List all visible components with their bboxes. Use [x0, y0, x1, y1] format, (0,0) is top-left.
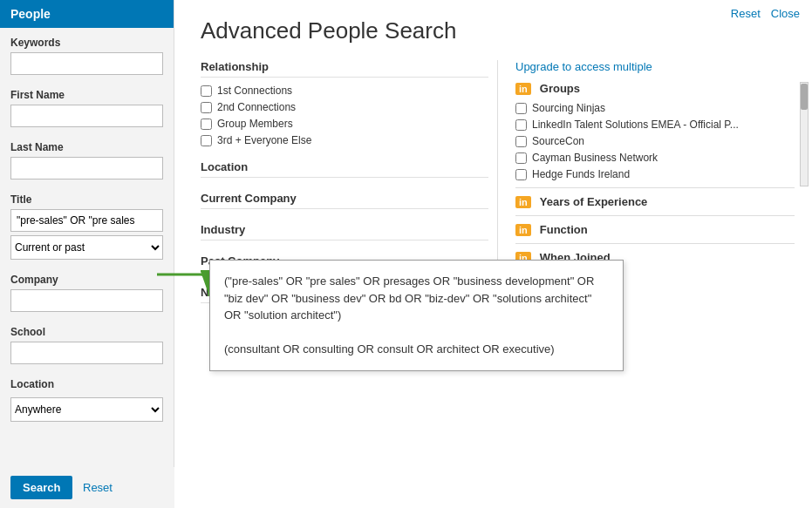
firstname-label: First Name	[10, 89, 163, 101]
green-arrow-icon	[148, 270, 218, 305]
page-title: Advanced People Search	[201, 17, 795, 44]
title-select[interactable]: Current or past Current Past	[10, 235, 163, 260]
label-3rd-everyone: 3rd + Everyone Else	[217, 134, 311, 146]
people-tab-label: People	[10, 7, 51, 21]
checkbox-group-members-input[interactable]	[201, 119, 212, 130]
keywords-label: Keywords	[10, 37, 163, 49]
checkbox-sourcecon[interactable]	[515, 136, 527, 147]
function-row: in Function	[515, 223, 795, 236]
keywords-section: Keywords	[0, 28, 174, 80]
sidebar-bottom: Search Reset	[0, 467, 174, 508]
location-main-section: Location	[201, 160, 488, 178]
divider-1	[515, 187, 795, 188]
tooltip-line2: (consultant OR consulting OR consult OR …	[224, 341, 609, 358]
current-company-section: Current Company	[201, 192, 488, 209]
school-section: School	[0, 317, 174, 369]
label-group-members: Group Members	[217, 118, 293, 130]
checkbox-1st-connections: 1st Connections	[201, 85, 488, 97]
group-sourcing-ninjas: Sourcing Ninjas	[515, 102, 795, 114]
groups-scrollbar-thumb	[801, 84, 808, 110]
label-cayman: Cayman Business Network	[532, 152, 658, 164]
years-of-experience-row: in Years of Experience	[515, 195, 795, 208]
lastname-input[interactable]	[10, 157, 163, 179]
groups-header: in Groups	[515, 82, 795, 95]
tooltip-line1: ("pre-sales" OR "pre sales" OR presages …	[224, 273, 609, 324]
checkbox-sourcing-ninjas[interactable]	[515, 103, 527, 114]
title-label: Title	[10, 193, 163, 206]
firstname-input[interactable]	[10, 105, 163, 127]
function-label: Function	[540, 223, 588, 236]
industry-section: Industry	[201, 223, 488, 240]
in-badge-groups: in	[515, 83, 531, 95]
location-section: Location Anywhere United States	[0, 369, 174, 427]
title-input[interactable]	[10, 209, 163, 232]
school-input[interactable]	[10, 342, 163, 364]
sidebar-reset-link[interactable]: Reset	[83, 481, 113, 494]
lastname-section: Last Name	[0, 132, 174, 185]
checkbox-hedge-funds[interactable]	[515, 169, 527, 180]
search-button[interactable]: Search	[10, 476, 72, 499]
divider-3	[515, 243, 795, 244]
relationship-title: Relationship	[201, 60, 488, 78]
label-hedge-funds: Hedge Funds Ireland	[532, 168, 630, 180]
label-1st-connections: 1st Connections	[217, 85, 292, 97]
group-linkedin-talent: LinkedIn Talent Solutions EMEA - Officia…	[515, 119, 795, 131]
arrow-container	[148, 270, 218, 308]
title-input-container	[10, 209, 163, 232]
school-label: School	[10, 326, 163, 338]
groups-area: in Groups Sourcing Ninjas LinkedIn Talen…	[515, 82, 795, 180]
current-company-title: Current Company	[201, 192, 488, 209]
upgrade-bar[interactable]: Upgrade to access multiple	[515, 60, 795, 73]
location-select[interactable]: Anywhere United States	[10, 397, 163, 422]
checkbox-1st-connections-input[interactable]	[201, 85, 212, 97]
checkbox-cayman[interactable]	[515, 152, 527, 164]
upgrade-label: Upgrade to access multiple	[515, 60, 652, 73]
checkbox-group-members: Group Members	[201, 118, 488, 130]
in-badge-function: in	[515, 224, 531, 236]
industry-title: Industry	[201, 223, 488, 240]
group-sourcecon: SourceCon	[515, 135, 795, 147]
checkbox-2nd-connections-input[interactable]	[201, 102, 212, 113]
keywords-input[interactable]	[10, 52, 163, 75]
group-hedge-funds: Hedge Funds Ireland	[515, 168, 795, 180]
years-of-experience-label: Years of Experience	[540, 195, 648, 208]
tooltip-popup: ("pre-sales" OR "pre sales" OR presages …	[209, 260, 624, 371]
company-label: Company	[10, 274, 163, 286]
relationship-section: Relationship 1st Connections 2nd Connect…	[201, 60, 488, 146]
groups-scrollbar[interactable]	[800, 82, 809, 186]
checkbox-3rd-everyone: 3rd + Everyone Else	[201, 134, 488, 146]
lastname-label: Last Name	[10, 141, 163, 153]
location-main-title: Location	[201, 160, 488, 178]
company-input[interactable]	[10, 289, 163, 312]
main-content: Advanced People Search Relationship 1st …	[174, 0, 812, 508]
group-cayman: Cayman Business Network	[515, 152, 795, 164]
in-badge-years: in	[515, 196, 531, 208]
label-sourcecon: SourceCon	[532, 135, 584, 147]
firstname-section: First Name	[0, 80, 174, 132]
sidebar: People Keywords First Name Last Name Tit…	[0, 0, 174, 508]
label-sourcing-ninjas: Sourcing Ninjas	[532, 102, 605, 114]
sidebar-title: People	[0, 0, 174, 28]
divider-2	[515, 215, 795, 216]
checkbox-linkedin-talent[interactable]	[515, 119, 527, 131]
checkbox-2nd-connections: 2nd Connections	[201, 101, 488, 113]
title-section: Title Current or past Current Past	[0, 185, 174, 265]
groups-title: Groups	[540, 82, 580, 95]
label-linkedin-talent: LinkedIn Talent Solutions EMEA - Officia…	[532, 119, 739, 131]
label-2nd-connections: 2nd Connections	[217, 101, 296, 113]
location-label: Location	[10, 378, 163, 390]
checkbox-3rd-everyone-input[interactable]	[201, 135, 212, 146]
